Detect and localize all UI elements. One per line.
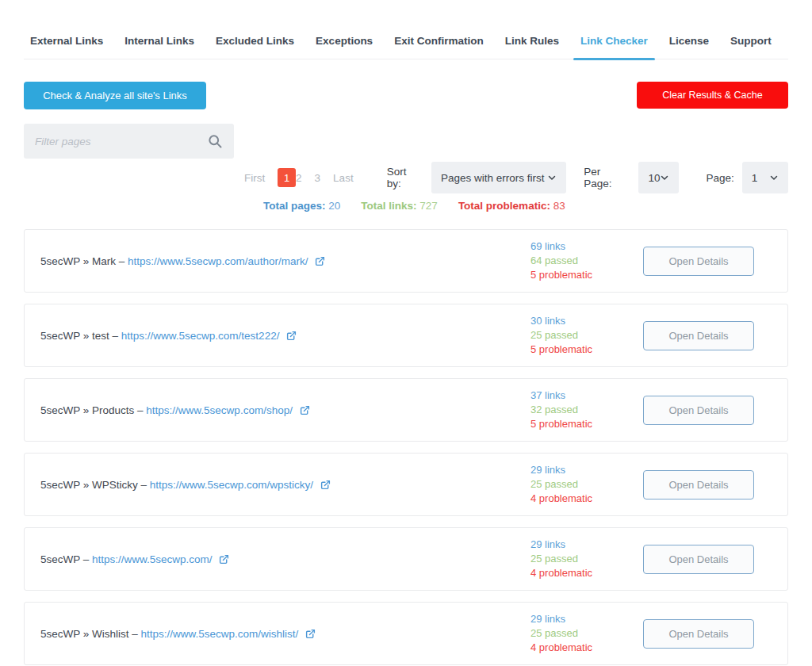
passed-count: 32 passed xyxy=(530,403,643,417)
problematic-count: 5 problematic xyxy=(530,417,643,431)
links-count: 37 links xyxy=(530,388,643,403)
page-result-row: 5secWP – https://www.5secwp.com/ 29 link… xyxy=(24,527,788,591)
total-pages: Total pages: 20 xyxy=(263,200,340,212)
page-link-stats: 29 links 25 passed 4 problematic xyxy=(530,612,643,655)
pagination-page-2[interactable]: 2 xyxy=(296,172,302,184)
tab-bar: External Links Internal Links Excluded L… xyxy=(24,0,788,59)
tab-support[interactable]: Support xyxy=(730,35,772,59)
chevron-down-icon xyxy=(547,173,557,182)
page-link-stats: 29 links 25 passed 4 problematic xyxy=(530,538,643,580)
links-count: 69 links xyxy=(530,239,643,254)
links-count: 29 links xyxy=(530,612,643,626)
page-label: Page: xyxy=(706,172,733,184)
search-icon xyxy=(207,133,223,149)
total-pages-label: Total pages: xyxy=(263,200,326,212)
total-pages-value: 20 xyxy=(328,200,340,212)
page-link-stats: 37 links 32 passed 5 problematic xyxy=(530,388,643,431)
tab-exceptions[interactable]: Exceptions xyxy=(316,35,373,59)
total-links: Total links: 727 xyxy=(361,200,438,212)
total-problematic-label: Total problematic: xyxy=(458,200,550,212)
page-title: 5secWP » Wishlist – https://www.5secwp.c… xyxy=(40,628,530,640)
links-count: 29 links xyxy=(530,463,643,477)
tab-excluded-links[interactable]: Excluded Links xyxy=(216,35,294,59)
page-url-link[interactable]: https://www.5secwp.com/wpsticky/ xyxy=(150,479,313,491)
tab-internal-links[interactable]: Internal Links xyxy=(124,35,194,59)
pagination-first[interactable]: First xyxy=(244,172,265,184)
sort-by-select[interactable]: Pages with errors first xyxy=(431,162,566,193)
page-url-link[interactable]: https://www.5secwp.com/test222/ xyxy=(121,330,280,342)
open-details-button[interactable]: Open Details xyxy=(643,321,754,350)
pages-list: 5secWP » Mark – https://www.5secwp.com/a… xyxy=(24,229,788,665)
tab-exit-confirmation[interactable]: Exit Confirmation xyxy=(394,35,484,59)
check-analyze-button[interactable]: Check & Analyze all site's Links xyxy=(24,82,206,109)
problematic-count: 5 problematic xyxy=(530,268,643,282)
open-details-button[interactable]: Open Details xyxy=(643,470,754,500)
filter-pages-box[interactable] xyxy=(24,124,234,159)
tab-link-checker[interactable]: Link Checker xyxy=(580,35,648,59)
page-result-row: 5secWP » Mark – https://www.5secwp.com/a… xyxy=(24,229,788,293)
page-url-link[interactable]: https://www.5secwp.com/author/mark/ xyxy=(128,255,308,267)
total-links-value: 727 xyxy=(419,200,438,212)
external-link-icon[interactable] xyxy=(320,480,331,490)
page-result-row: 5secWP » test – https://www.5secwp.com/t… xyxy=(24,304,788,367)
filter-pages-input[interactable] xyxy=(35,136,207,147)
per-page-select[interactable]: 10 xyxy=(638,162,679,193)
passed-count: 64 passed xyxy=(530,254,643,268)
page-name: 5secWP » WPSticky – xyxy=(40,479,147,491)
open-details-button[interactable]: Open Details xyxy=(643,545,754,574)
totals-row: Total pages: 20 Total links: 727 Total p… xyxy=(263,200,788,212)
external-link-icon[interactable] xyxy=(305,629,316,639)
links-count: 30 links xyxy=(530,314,643,328)
open-details-button[interactable]: Open Details xyxy=(643,619,754,649)
tab-external-links[interactable]: External Links xyxy=(30,35,103,59)
page-name: 5secWP » test – xyxy=(40,330,118,342)
page-link-stats: 29 links 25 passed 4 problematic xyxy=(530,463,643,506)
links-count: 29 links xyxy=(530,538,643,552)
page-url-link[interactable]: https://www.5secwp.com/shop/ xyxy=(146,404,293,416)
problematic-count: 5 problematic xyxy=(530,343,643,357)
external-link-icon[interactable] xyxy=(315,256,325,266)
problematic-count: 4 problematic xyxy=(530,641,643,655)
passed-count: 25 passed xyxy=(530,477,643,492)
passed-count: 25 passed xyxy=(530,328,643,343)
open-details-button[interactable]: Open Details xyxy=(643,396,754,425)
page-title: 5secWP » test – https://www.5secwp.com/t… xyxy=(40,330,530,342)
page-name: 5secWP – xyxy=(40,553,89,565)
problematic-count: 4 problematic xyxy=(530,492,643,506)
passed-count: 25 passed xyxy=(530,626,643,641)
page-name: 5secWP » Wishlist – xyxy=(40,628,138,640)
page-title: 5secWP » Mark – https://www.5secwp.com/a… xyxy=(40,255,530,267)
problematic-count: 4 problematic xyxy=(530,566,643,580)
per-page-label: Per Page: xyxy=(584,166,629,189)
page-select[interactable]: 1 xyxy=(742,162,788,193)
page-link-stats: 30 links 25 passed 5 problematic xyxy=(530,314,643,357)
tab-link-rules[interactable]: Link Rules xyxy=(505,35,559,59)
pagination-page-1-active[interactable]: 1 xyxy=(278,168,296,187)
page-result-row: 5secWP » WPSticky – https://www.5secwp.c… xyxy=(24,453,788,516)
page-title: 5secWP » Products – https://www.5secwp.c… xyxy=(40,404,530,416)
page-title: 5secWP – https://www.5secwp.com/ xyxy=(40,553,530,565)
page-url-link[interactable]: https://www.5secwp.com/wishlist/ xyxy=(141,628,299,640)
actions-row: Check & Analyze all site's Links Clear R… xyxy=(24,82,788,109)
tab-license[interactable]: License xyxy=(669,35,709,59)
sort-by-value: Pages with errors first xyxy=(441,172,545,184)
page-name: 5secWP » Products – xyxy=(40,404,144,416)
sort-by-label: Sort by: xyxy=(387,166,422,189)
total-links-label: Total links: xyxy=(361,200,416,212)
page-name: 5secWP » Mark – xyxy=(40,255,124,267)
chevron-down-icon xyxy=(660,173,669,182)
page-link-stats: 69 links 64 passed 5 problematic xyxy=(530,239,643,282)
passed-count: 25 passed xyxy=(530,552,643,566)
page-value: 1 xyxy=(752,172,758,184)
external-link-icon[interactable] xyxy=(286,331,297,341)
clear-results-cache-button[interactable]: Clear Results & Cache xyxy=(637,82,788,109)
pagination-page-3[interactable]: 3 xyxy=(315,172,321,184)
page-url-link[interactable]: https://www.5secwp.com/ xyxy=(92,553,213,565)
external-link-icon[interactable] xyxy=(219,554,229,565)
external-link-icon[interactable] xyxy=(300,405,310,415)
controls-row: First 1 2 3 Last Sort by: Pages with err… xyxy=(244,162,788,193)
open-details-button[interactable]: Open Details xyxy=(643,247,754,276)
page-title: 5secWP » WPSticky – https://www.5secwp.c… xyxy=(40,479,530,491)
chevron-down-icon xyxy=(769,173,779,182)
pagination-last[interactable]: Last xyxy=(333,172,354,184)
